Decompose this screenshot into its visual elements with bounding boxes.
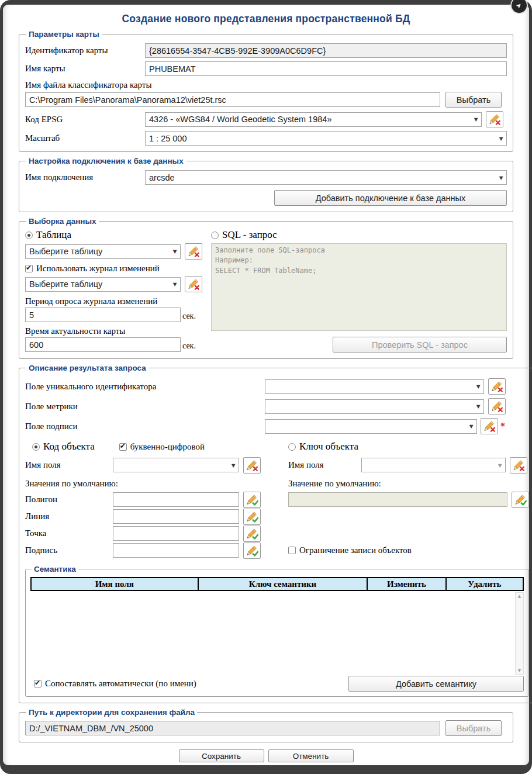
table-radio[interactable] <box>25 231 33 239</box>
query-result-legend: Описание результата запроса <box>26 364 148 372</box>
cancel-button[interactable]: Отменить <box>268 749 354 762</box>
page-title: Создание нового представления пространст… <box>3 13 529 25</box>
key-field-clear-button[interactable] <box>510 457 527 474</box>
default-value-label: Значение по умолчанию: <box>288 479 381 489</box>
caption-default-input[interactable] <box>113 543 239 558</box>
classifier-choose-button[interactable]: Выбрать <box>445 92 502 108</box>
sql-textarea[interactable]: Заполните поле SQL-запроса Например: SEL… <box>211 243 507 331</box>
polygon-default-input[interactable] <box>113 492 239 507</box>
table-select[interactable]: Выберите таблицу <box>25 244 181 259</box>
connection-select[interactable]: arcsde <box>145 170 507 185</box>
corner-button[interactable]: ➤ <box>510 0 528 14</box>
code-field-name-label: Имя поля <box>25 460 113 470</box>
semantics-table-header: Имя поля Ключ семантики Изменить Удалить <box>30 577 524 591</box>
scale-label: Масштаб <box>25 133 145 143</box>
scroll-down-icon[interactable]: ▼ <box>518 668 521 673</box>
auto-match-checkbox[interactable] <box>34 680 42 687</box>
alnum-checkbox[interactable] <box>119 443 127 451</box>
key-field-name-label: Имя поля <box>288 460 361 470</box>
object-code-radio[interactable] <box>32 443 40 451</box>
data-selection-section: Выборка данных Таблица Выберите таблицу <box>19 217 513 359</box>
map-params-legend: Параметры карты <box>26 30 102 39</box>
semantics-scrollbar[interactable]: ▲ ▼ <box>515 592 524 675</box>
pencil-x-icon <box>490 400 503 413</box>
point-default-input[interactable] <box>113 526 239 541</box>
map-name-label: Имя карты <box>25 64 145 74</box>
db-connection-section: Настройка подключения к базе данных Имя … <box>19 157 513 212</box>
polygon-apply-button[interactable] <box>243 492 261 508</box>
code-field-clear-button[interactable] <box>243 457 261 474</box>
check-sql-button[interactable]: Проверить SQL - запрос <box>333 337 507 353</box>
window-frame: ➤ Создание нового представления простран… <box>0 0 532 774</box>
pencil-check-icon <box>514 493 527 506</box>
pencil-x-icon <box>512 459 525 472</box>
log-table-select[interactable]: Выберите таблицу <box>25 277 181 292</box>
pencil-x-icon <box>490 380 503 393</box>
object-code-label: Код объекта <box>43 441 95 452</box>
uid-clear-button[interactable] <box>488 378 506 395</box>
pencil-x-icon <box>187 278 200 291</box>
table-clear-button[interactable] <box>185 243 202 260</box>
line-default-input[interactable] <box>113 509 239 524</box>
poll-period-input[interactable]: 5 <box>25 307 181 322</box>
classifier-input[interactable]: C:\Program Files\Panorama\Panorama12\vie… <box>25 92 440 107</box>
sem-col-key: Ключ семантики <box>199 578 368 590</box>
limit-records-label: Ограничение записи объектов <box>299 545 412 555</box>
pencil-check-icon <box>246 527 258 540</box>
add-connection-button[interactable]: Добавить подключение к базе данных <box>274 190 507 206</box>
pencil-x-icon <box>246 459 258 472</box>
epsg-clear-button[interactable] <box>486 111 503 127</box>
caption-field-select[interactable] <box>265 419 477 434</box>
poll-period-label: Период опроса журнала изменений <box>25 296 157 306</box>
epsg-select-value: 4326 - «WGS84 / World Geodetic System 19… <box>149 115 331 124</box>
pencil-check-icon <box>246 510 258 523</box>
ttl-unit: сек. <box>182 341 196 352</box>
log-table-clear-button[interactable] <box>185 276 202 292</box>
limit-records-checkbox[interactable] <box>288 547 296 554</box>
table-radio-label: Таблица <box>36 229 71 241</box>
code-field-name-select[interactable] <box>113 458 239 472</box>
alnum-label: буквенно-цифровой <box>130 442 205 452</box>
connection-name-label: Имя подключения <box>25 172 145 182</box>
sql-radio[interactable] <box>211 231 219 239</box>
db-connection-legend: Настройка подключения к базе данных <box>26 157 186 165</box>
caption-value-label: Подпись <box>25 545 113 555</box>
ttl-input[interactable]: 600 <box>25 337 181 352</box>
metric-field-label: Поле метрики <box>25 402 265 412</box>
add-semantics-button[interactable]: Добавить семантику <box>348 676 524 692</box>
uid-field-select[interactable] <box>265 379 484 394</box>
pencil-check-icon <box>246 544 258 557</box>
spacer <box>288 525 529 542</box>
point-label: Точка <box>25 528 113 538</box>
query-result-section: Описание результата запроса Поле уникаль… <box>19 364 532 703</box>
sem-col-field-name: Имя поля <box>32 578 199 590</box>
table-select-value: Выберите таблицу <box>29 247 102 256</box>
line-apply-button[interactable] <box>243 509 261 525</box>
metric-clear-button[interactable] <box>488 398 506 414</box>
scroll-up-icon[interactable]: ▲ <box>518 594 521 599</box>
sem-col-edit: Изменить <box>368 578 446 590</box>
save-button[interactable]: Сохранить <box>179 749 264 762</box>
use-log-label: Использовать журнал изменений <box>36 264 160 274</box>
epsg-label: Код EPSG <box>25 115 145 125</box>
map-id-field: {28616554-3547-4CB5-992E-3909A0C6D9FC} <box>145 43 507 58</box>
epsg-select[interactable]: 4326 - «WGS84 / World Geodetic System 19… <box>145 112 482 127</box>
caption-apply-button[interactable] <box>243 543 261 559</box>
map-name-input[interactable]: PHUBEMAT <box>145 61 507 76</box>
uid-field-label: Поле уникального идентификатора <box>25 382 265 392</box>
save-path-legend: Путь к директории для сохранения файла <box>26 708 197 717</box>
key-default-apply-button[interactable] <box>512 492 529 508</box>
save-path-input[interactable]: D:/_VIETNAM_DBM_/VN_25000 <box>25 721 440 735</box>
dialog: ➤ Создание нового представления простран… <box>3 5 529 765</box>
poll-period-unit: сек. <box>182 312 196 322</box>
use-log-checkbox[interactable] <box>25 265 33 272</box>
point-apply-button[interactable] <box>243 526 261 542</box>
key-field-name-select[interactable] <box>361 458 506 472</box>
pencil-x-icon <box>187 245 200 258</box>
metric-field-select[interactable] <box>265 399 484 414</box>
key-default-input <box>288 492 507 507</box>
scale-select[interactable]: 1 : 25 000 <box>145 131 507 146</box>
object-key-radio[interactable] <box>288 443 296 451</box>
caption-clear-button[interactable] <box>481 418 498 434</box>
save-path-choose-button[interactable]: Выбрать <box>445 720 502 736</box>
